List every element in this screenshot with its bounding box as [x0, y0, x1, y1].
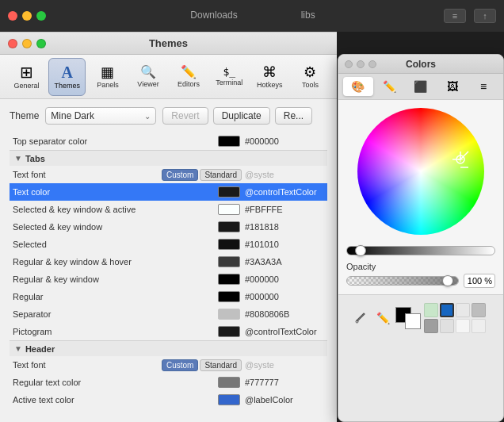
swatch-selected[interactable] [440, 303, 454, 317]
tab-downloads[interactable]: Downloads [158, 0, 269, 32]
rename-button[interactable]: Re... [275, 107, 312, 125]
swatch[interactable] [472, 319, 486, 333]
table-row[interactable]: Regular & key window & hover #3A3A3A [10, 253, 327, 270]
color-sliders-tab[interactable]: ✏️ [375, 77, 405, 96]
table-row[interactable]: Text font Custom Standard @syste [10, 356, 327, 374]
titlebar-tabs: Downloads libs [62, 0, 444, 32]
color-wheel-tab[interactable]: 🎨 [343, 77, 373, 96]
toolbar-hotkeys[interactable]: ⌘ Hotkeys [251, 58, 288, 96]
table-row[interactable]: Pictogram @controlTextColor [10, 323, 327, 340]
win-minimize-btn[interactable] [22, 39, 32, 48]
color-swatch[interactable] [218, 204, 240, 215]
header-standard-button[interactable]: Standard [200, 359, 242, 371]
toolbar-panels[interactable]: ▦ Panels [89, 58, 126, 96]
svg-point-8 [356, 320, 358, 323]
theme-selector-row: Theme Mine Dark ⌄ Revert Duplicate Re... [10, 107, 327, 125]
opacity-value-field[interactable]: 100 % [464, 274, 495, 288]
share-btn[interactable]: ↑ [474, 9, 496, 23]
colors-close-btn[interactable] [345, 60, 353, 68]
color-swatch[interactable] [218, 326, 240, 337]
color-image-tab[interactable]: 🖼 [437, 77, 468, 96]
table-row[interactable]: Regular text color #777777 [10, 374, 327, 391]
table-row[interactable]: Selected & key window & active #FBFFFE [10, 201, 327, 218]
theme-dropdown[interactable]: Mine Dark ⌄ [45, 107, 156, 125]
list-view-btn[interactable]: ≡ [444, 9, 466, 23]
color-swatch[interactable] [218, 186, 240, 198]
tab-libs[interactable]: libs [269, 0, 347, 32]
color-swatch[interactable] [218, 394, 240, 405]
color-swatch[interactable] [218, 239, 240, 250]
color-swatch[interactable] [218, 221, 240, 232]
header-section-header: ▼ Header [10, 340, 327, 356]
editors-icon: ✏️ [181, 66, 197, 79]
table-row[interactable]: Regular #000000 [10, 288, 327, 305]
win-fullscreen-btn[interactable] [36, 39, 46, 48]
opacity-slider[interactable] [346, 276, 459, 286]
table-row[interactable]: Selected #101010 [10, 236, 327, 253]
colors-panel: Colors 🎨 ✏️ ⬛ 🖼 ≡ [338, 54, 504, 422]
table-row[interactable]: Regular & key window #000000 [10, 270, 327, 288]
colors-titlebar: Colors [338, 55, 503, 74]
swatch[interactable] [472, 303, 486, 317]
disclosure-triangle-header-icon[interactable]: ▼ [14, 344, 22, 353]
swatch[interactable] [456, 303, 470, 317]
minimize-btn[interactable] [22, 11, 32, 21]
toolbar-themes[interactable]: A Themes [48, 58, 86, 96]
toolbar-general[interactable]: ⊞ General [8, 58, 45, 96]
toolbar-terminal[interactable]: $_ Terminal [211, 58, 248, 96]
opacity-slider-row: 100 % [346, 274, 495, 288]
colors-minimize-btn[interactable] [357, 60, 365, 68]
colors-fullscreen-btn[interactable] [368, 60, 376, 68]
background-color[interactable] [405, 313, 421, 329]
close-btn[interactable] [8, 11, 17, 21]
swatch[interactable] [424, 319, 438, 333]
table-row[interactable]: Text font Custom Standard @syste [10, 166, 327, 183]
custom-standard-toggle: Custom Standard [162, 169, 242, 181]
eyedropper-tool[interactable] [351, 309, 370, 328]
color-swatch[interactable] [218, 256, 240, 267]
standard-button[interactable]: Standard [200, 169, 242, 181]
color-swatch[interactable] [218, 274, 240, 285]
terminal-icon: $_ [223, 67, 235, 77]
header-custom-button[interactable]: Custom [162, 359, 198, 371]
swatch[interactable] [440, 319, 454, 333]
disclosure-triangle-icon[interactable]: ▼ [14, 154, 22, 163]
window-titlebar: Themes [0, 33, 337, 55]
table-row[interactable]: Top separator color #000000 [10, 132, 327, 150]
color-swatch[interactable] [218, 377, 240, 388]
color-swatch[interactable] [218, 291, 240, 302]
swatch[interactable] [424, 303, 438, 317]
color-crayons-tab[interactable]: ≡ [468, 77, 498, 96]
colors-title: Colors [406, 59, 436, 70]
table-row[interactable]: Active text color @labelColor [10, 391, 327, 409]
tools-icon: ⚙ [304, 65, 316, 79]
color-swatch[interactable] [218, 309, 240, 320]
color-palette-tab[interactable]: ⬛ [406, 77, 436, 96]
brightness-thumb[interactable] [355, 245, 366, 256]
brightness-slider[interactable] [346, 246, 495, 255]
fullscreen-btn[interactable] [36, 11, 46, 21]
pencil-tool[interactable]: ✏️ [373, 309, 392, 328]
app-traffic-lights [8, 11, 46, 21]
table-row[interactable]: Separator #8080806B [10, 305, 327, 323]
toolbar-editors[interactable]: ✏️ Editors [170, 58, 208, 96]
preferences-toolbar: ⊞ General A Themes ▦ Panels 🔍 Viewer ✏️ … [0, 55, 337, 99]
color-wheel[interactable] [357, 108, 484, 235]
revert-button[interactable]: Revert [162, 107, 208, 125]
fg-bg-color-picker[interactable] [395, 307, 421, 329]
color-swatch[interactable] [218, 136, 240, 147]
titlebar-icons: ≡ ↑ [444, 9, 496, 23]
win-close-btn[interactable] [8, 39, 17, 48]
custom-button[interactable]: Custom [162, 169, 198, 181]
toolbar-viewer[interactable]: 🔍 Viewer [129, 58, 166, 96]
settings-table: Top separator color #000000 ▼ Tabs Text … [10, 132, 327, 409]
table-row[interactable]: Selected & key window #181818 [10, 218, 327, 236]
color-mode-tabs: 🎨 ✏️ ⬛ 🖼 ≡ [338, 74, 503, 100]
opacity-thumb[interactable] [442, 275, 453, 286]
duplicate-button[interactable]: Duplicate [213, 107, 270, 125]
swatch[interactable] [456, 319, 470, 333]
colors-traffic-lights [345, 60, 376, 68]
general-icon: ⊞ [20, 64, 33, 80]
toolbar-tools[interactable]: ⚙ Tools [292, 58, 329, 96]
table-row-selected[interactable]: Text color @controlTextColor [10, 183, 327, 201]
